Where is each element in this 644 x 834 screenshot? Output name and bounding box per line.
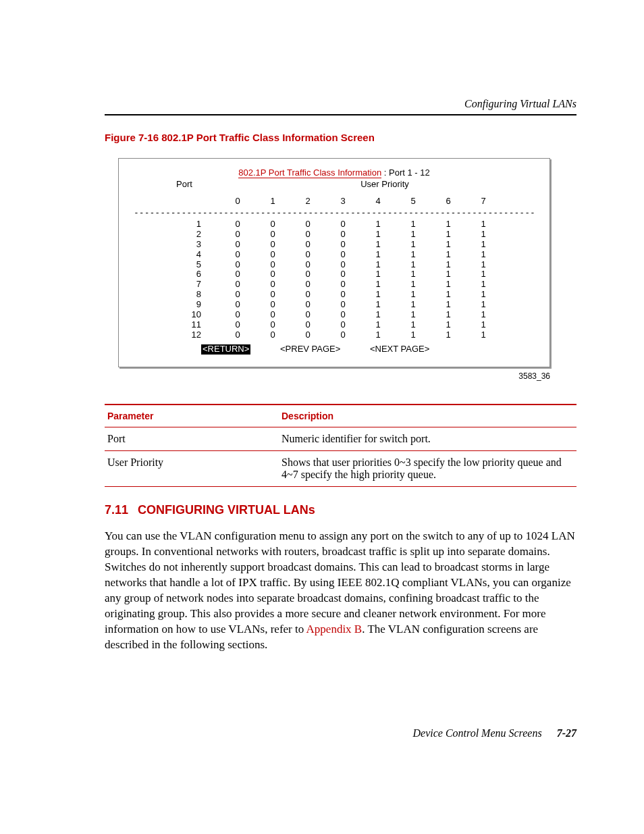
value-cell: 0 (220, 280, 255, 290)
param-desc: Numeric identifier for switch port. (279, 427, 576, 450)
terminal-screenshot: 802.1P Port Traffic Class Information : … (118, 158, 550, 367)
table-row: 100001111 (134, 219, 535, 230)
section-heading: 7.11CONFIGURING VIRTUAL LANs (105, 503, 576, 517)
port-cell: 9 (134, 300, 220, 310)
value-cell: 0 (290, 330, 325, 340)
param-desc: Shows that user priorities 0~3 specify t… (279, 450, 576, 486)
header-user-priority: User Priority (235, 180, 535, 190)
table-row: 1100001111 (134, 320, 535, 330)
port-cell: 2 (134, 230, 220, 240)
table-row: 800001111 (134, 290, 535, 300)
value-cell: 0 (220, 219, 255, 230)
table-row: PortNumeric identifier for switch port. (105, 427, 576, 450)
value-cell: 1 (396, 230, 431, 240)
value-cell: 1 (396, 269, 431, 280)
value-cell: 0 (290, 260, 325, 270)
port-cell: 12 (134, 330, 220, 340)
value-cell: 1 (466, 300, 501, 310)
value-cell: 0 (220, 330, 255, 340)
value-cell: 1 (431, 250, 466, 260)
value-cell: 1 (360, 290, 396, 300)
divider-dashes: ----------------------------------------… (134, 208, 535, 218)
value-cell: 0 (255, 230, 290, 240)
button-row: <RETURN> <PREV PAGE> <NEXT PAGE> (134, 344, 535, 355)
value-cell: 0 (255, 310, 290, 320)
port-cell: 7 (134, 280, 220, 290)
next-page-button[interactable]: <NEXT PAGE> (370, 344, 429, 355)
prev-page-button[interactable]: <PREV PAGE> (280, 344, 340, 355)
value-cell: 1 (466, 280, 501, 290)
value-cell: 1 (360, 330, 396, 340)
terminal-content: 802.1P Port Traffic Class Information : … (118, 158, 550, 367)
value-cell: 0 (290, 250, 325, 260)
priority-col-header: 2 (290, 197, 325, 207)
value-cell: 1 (396, 290, 431, 300)
value-cell: 0 (325, 310, 360, 320)
value-cell: 1 (431, 280, 466, 290)
table-row: 600001111 (134, 269, 535, 280)
footer-text: Device Control Menu Screens (412, 727, 541, 739)
screen-title: 802.1P Port Traffic Class Information : … (134, 168, 535, 178)
value-cell: 0 (325, 250, 360, 260)
value-cell: 1 (431, 330, 466, 340)
port-cell: 3 (134, 240, 220, 250)
value-cell: 0 (220, 240, 255, 250)
value-cell: 1 (466, 290, 501, 300)
value-cell: 0 (255, 320, 290, 330)
value-cell: 0 (290, 230, 325, 240)
screen-title-red: 802.1P Port Traffic Class Information (238, 167, 381, 178)
value-cell: 1 (466, 260, 501, 270)
header-row: Port User Priority (134, 180, 535, 190)
value-cell: 1 (431, 260, 466, 270)
return-button[interactable]: <RETURN> (201, 344, 250, 355)
value-cell: 0 (290, 240, 325, 250)
value-cell: 0 (255, 219, 290, 230)
value-cell: 1 (431, 300, 466, 310)
table-row: 1200001111 (134, 330, 535, 340)
screen-title-suffix: : Port 1 - 12 (381, 167, 430, 178)
value-cell: 1 (431, 269, 466, 280)
value-cell: 1 (431, 320, 466, 330)
priority-col-header: 3 (325, 197, 360, 207)
priority-col-header: 7 (466, 197, 501, 207)
value-cell: 0 (255, 330, 290, 340)
port-cell: 8 (134, 290, 220, 300)
priority-col-header: 6 (431, 197, 466, 207)
port-cell: 5 (134, 260, 220, 270)
table-row: 1000001111 (134, 310, 535, 320)
priority-col-header: 1 (255, 197, 290, 207)
para-text-1: You can use the VLAN configuration menu … (105, 529, 575, 635)
value-cell: 0 (255, 300, 290, 310)
value-cell: 0 (325, 240, 360, 250)
value-cell: 0 (255, 250, 290, 260)
table-row: 300001111 (134, 240, 535, 250)
value-cell: 1 (431, 219, 466, 230)
value-cell: 1 (466, 219, 501, 230)
value-cell: 0 (220, 260, 255, 270)
value-cell: 1 (360, 230, 396, 240)
value-cell: 1 (360, 219, 396, 230)
value-cell: 0 (325, 260, 360, 270)
priority-number-row: 01234567 (134, 197, 535, 207)
value-cell: 0 (325, 290, 360, 300)
value-cell: 0 (220, 230, 255, 240)
page: Configuring Virtual LANs Figure 7-16 802… (0, 0, 644, 834)
value-cell: 1 (396, 300, 431, 310)
table-row: 200001111 (134, 230, 535, 240)
footer-page-number: 7-27 (557, 727, 576, 739)
value-cell: 1 (360, 269, 396, 280)
port-cell: 6 (134, 269, 220, 280)
value-cell: 0 (290, 300, 325, 310)
value-cell: 1 (431, 240, 466, 250)
value-cell: 1 (431, 310, 466, 320)
page-footer: Device Control Menu Screens 7-27 (412, 727, 576, 739)
header-port: Port (134, 180, 235, 190)
value-cell: 0 (220, 310, 255, 320)
value-cell: 0 (220, 320, 255, 330)
figure-id: 3583_36 (118, 371, 550, 381)
param-name: User Priority (105, 450, 279, 486)
value-cell: 0 (255, 260, 290, 270)
value-cell: 1 (396, 260, 431, 270)
figure-caption: Figure 7-16 802.1P Port Traffic Class In… (105, 132, 576, 143)
appendix-b-link[interactable]: Appendix B (306, 623, 363, 635)
